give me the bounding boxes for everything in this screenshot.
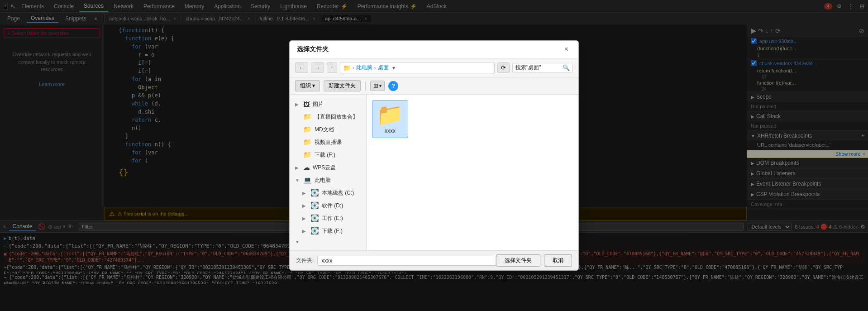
help-button[interactable]: ? xyxy=(388,81,398,91)
search-input[interactable] xyxy=(515,65,561,71)
sidebar-f-drive[interactable]: ▶ 💽 下载 (F:) xyxy=(290,225,366,237)
cancel-button[interactable]: 取消 xyxy=(544,254,572,267)
sidebar-wps[interactable]: ▶ ☁ WPS云盘 xyxy=(290,161,366,174)
file-chooser-dialog: 选择文件夹 × ← → ↑ 📁 › 此电脑 › 桌面 ▾ ⟳ 🔍 组织 ▾ xyxy=(289,40,579,271)
folder-grid: 📁 xxxx xyxy=(372,100,573,138)
folder-big-icon: 📁 xyxy=(377,104,404,126)
sidebar-c-drive[interactable]: ▶ 💽 本地磁盘 (C:) xyxy=(290,187,366,199)
folder-xxxx[interactable]: 📁 xxxx xyxy=(372,100,408,138)
footer-buttons: 选择文件夹 取消 xyxy=(496,254,572,267)
dialog-footer: 文件夹: 选择文件夹 取消 xyxy=(290,250,578,270)
folder-icon-download-f: 📁 xyxy=(303,151,312,159)
folder-icon-md: 📁 xyxy=(303,125,312,134)
breadcrumb-dropdown-icon[interactable]: ▾ xyxy=(392,65,395,71)
filename-row: 文件夹: xyxy=(296,256,496,266)
folder-icon-video: 📁 xyxy=(303,138,312,146)
breadcrumb-icon: 📁 xyxy=(343,64,351,72)
breadcrumb-desktop[interactable]: 桌面 xyxy=(378,64,389,72)
sidebar-pictures[interactable]: ▶ 🖼 图片 xyxy=(290,98,366,110)
sidebar-d-drive[interactable]: ▶ 💽 软件 (D:) xyxy=(290,199,366,212)
organize-button[interactable]: 组织 ▾ xyxy=(295,80,320,91)
sidebar-e-drive[interactable]: ▶ 💽 工作 (E:) xyxy=(290,212,366,225)
pc-icon: 💻 xyxy=(303,176,312,184)
sidebar-this-pc[interactable]: ▼ 💻 此电脑 xyxy=(290,174,366,187)
dialog-toolbar: 组织 ▾ 新建文件夹 ⊞ ▾ ? xyxy=(290,77,578,95)
select-folder-confirm-button[interactable]: 选择文件夹 xyxy=(496,254,540,267)
sidebar-download-f[interactable]: 📁 下载 (F:) xyxy=(290,148,366,161)
wps-icon: ☁ xyxy=(303,163,310,172)
view-icon: ⊞ xyxy=(373,82,378,89)
breadcrumb-nav: 📁 › 此电脑 › 桌面 ▾ xyxy=(340,62,495,73)
search-box: 🔍 xyxy=(512,63,573,72)
view-button[interactable]: ⊞ ▾ xyxy=(370,81,385,91)
dialog-sidebar: ▶ 🖼 图片 📁 【直播回放集合】 📁 MD文档 📁 视频 xyxy=(290,95,367,250)
sidebar-live-playback[interactable]: 📁 【直播回放集合】 xyxy=(290,110,366,123)
new-folder-button[interactable]: 新建文件夹 xyxy=(324,80,361,91)
search-icon[interactable]: 🔍 xyxy=(563,64,570,71)
dialog-body: ▶ 🖼 图片 📁 【直播回放集合】 📁 MD文档 📁 视频 xyxy=(290,95,578,250)
folder-icon-live: 📁 xyxy=(303,113,312,121)
breadcrumb-this-pc[interactable]: 此电脑 xyxy=(356,64,372,72)
sidebar-video[interactable]: 📁 视频直播课 xyxy=(290,136,366,148)
d-drive-icon: 💽 xyxy=(310,201,319,210)
refresh-button[interactable]: ⟳ xyxy=(497,62,510,73)
dialog-content-area: 📁 xxxx xyxy=(367,95,578,250)
sidebar-md[interactable]: 📁 MD文档 xyxy=(290,123,366,136)
f-drive-icon: 💽 xyxy=(310,227,319,235)
toolbar-separator xyxy=(365,81,366,91)
breadcrumb-sep-2: › xyxy=(374,65,376,71)
dialog-close-button[interactable]: × xyxy=(562,44,571,54)
dialog-title: 选择文件夹 xyxy=(297,45,329,53)
dialog-nav: ← → ↑ 📁 › 此电脑 › 桌面 ▾ ⟳ 🔍 xyxy=(290,58,578,77)
sidebar-more[interactable]: ▼ xyxy=(290,237,366,247)
nav-up-button[interactable]: ↑ xyxy=(327,62,337,73)
nav-forward-button[interactable]: → xyxy=(311,62,324,73)
e-drive-icon: 💽 xyxy=(310,214,319,222)
view-dropdown-icon[interactable]: ▾ xyxy=(379,83,382,88)
folder-label-xxxx: xxxx xyxy=(385,128,396,134)
c-drive-icon: 💽 xyxy=(310,189,319,197)
pictures-icon: 🖼 xyxy=(303,100,310,108)
filename-label: 文件夹: xyxy=(296,257,314,264)
file-chooser-overlay: 选择文件夹 × ← → ↑ 📁 › 此电脑 › 桌面 ▾ ⟳ 🔍 组织 ▾ xyxy=(0,0,868,311)
dialog-title-bar: 选择文件夹 × xyxy=(290,41,578,58)
nav-back-button[interactable]: ← xyxy=(295,62,308,73)
filename-input[interactable] xyxy=(317,256,496,266)
breadcrumb-sep-1: › xyxy=(353,65,354,71)
